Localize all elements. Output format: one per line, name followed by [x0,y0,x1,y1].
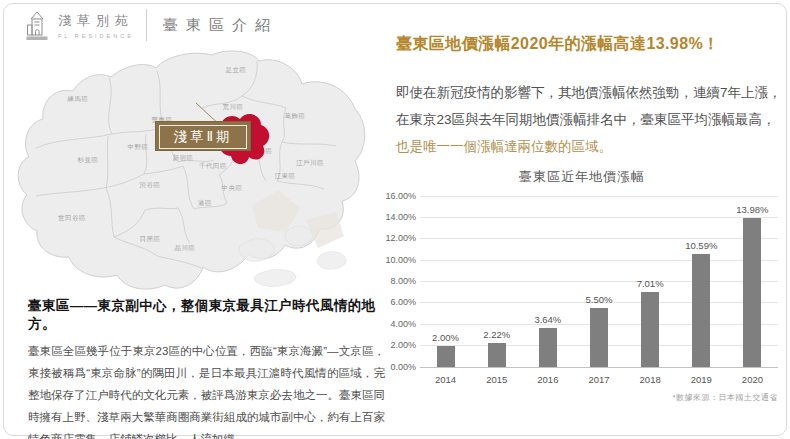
slide: 淺草別苑 FL RESIDENCE 臺東區介紹 足立區葛飾區荒川區練馬區豐島區文… [0,0,790,439]
x-axis-label: 2016 [522,374,573,385]
bar-group: 3.64% [522,314,573,367]
logo-subtitle: FL RESIDENCE [58,33,134,39]
map-district-label: 荒川區 [223,103,244,111]
project-label: 淺草Ⅱ期 [159,125,247,149]
bar-group: 10.59% [676,240,727,367]
tokyo-map: 足立區葛飾區荒川區練馬區豐島區文京區新宿區中野區杉並區千代田區渋谷區中央區港區世… [6,48,386,306]
left-description-heading: 臺東區——東京副中心，整個東京最具江户時代風情的地方。 [28,297,385,333]
y-axis-label: 16.00% [372,191,416,201]
map-district-label: 江東區 [275,172,296,180]
bar-group: 7.01% [625,278,676,367]
x-axis-label: 2017 [573,374,624,385]
right-body-highlight: 也是唯一一個漲幅達兩位數的區域。 [396,139,612,154]
chart-plot-area: 0.00%2.00%4.00%6.00%8.00%10.00%12.00%14.… [420,196,778,367]
map-district-label: 杉並區 [77,156,99,163]
map-district-label: 足立區 [226,66,247,74]
building-logo-icon [24,8,50,42]
map-land [18,51,365,289]
bar-value-label: 3.64% [534,314,561,325]
y-axis-label: 12.00% [372,233,416,243]
map-district-label: 新宿區 [173,154,194,162]
map-district-label: 世田谷區 [58,214,86,222]
header-divider [146,9,147,41]
right-heading: 臺東區地價漲幅2020年的漲幅高達13.98%！ [396,34,785,55]
logo-text: 淺草別苑 FL RESIDENCE [58,12,134,39]
bar-2016 [539,328,557,367]
y-axis-label: 8.00% [372,276,416,286]
bar-value-label: 2.22% [483,329,510,340]
map-district-label: 港區 [198,199,212,207]
bar-2017 [590,308,608,367]
map-district-label: 中央區 [222,184,243,191]
map-district-label: 千代田區 [199,162,227,170]
chart-title: 臺東區近年地價漲幅 [380,168,784,186]
x-axis-label: 2014 [420,374,471,385]
page-title: 臺東區介紹 [163,16,278,35]
bar-value-label: 5.50% [586,294,613,305]
left-description-body: 臺東區全區幾乎位于東京23區的中心位置，西臨“東京海澱”—文京區，東接被稱爲“東… [28,340,385,439]
logo-banner [27,37,48,41]
bar-2015 [488,343,506,367]
tokyo-map-svg: 足立區葛飾區荒川區練馬區豐島區文京區新宿區中野區杉並區千代田區渋谷區中央區港區世… [6,48,386,306]
bar-group: 2.00% [420,332,471,367]
bar-value-label: 2.00% [432,332,459,343]
bar-value-label: 13.98% [736,204,768,215]
map-district-label: 練馬區 [67,95,89,102]
map-district-label: 葛飾區 [285,112,306,119]
x-axis-label: 2020 [727,374,778,385]
right-body: 即使在新冠疫情的影響下，其地價漲幅依然強勁，連續7年上漲，在東京23區與去年同期… [396,79,785,160]
map-district-label: 中野區 [128,143,149,150]
price-chart: 臺東區近年地價漲幅 0.00%2.00%4.00%6.00%8.00%10.00… [380,166,784,411]
bar-2020 [743,218,761,367]
x-axis-label: 2019 [676,374,727,385]
x-axis-label: 2015 [471,374,522,385]
bar-2019 [692,254,710,367]
bar-group: 5.50% [573,294,624,367]
right-body-main: 即使在新冠疫情的影響下，其地價漲幅依然強勁，連續7年上漲，在東京23區與去年同期… [396,85,782,127]
left-description: 臺東區——東京副中心，整個東京最具江户時代風情的地方。 臺東區全區幾乎位于東京2… [28,297,385,439]
bars: 2.00%2.22%3.64%5.50%7.01%10.59%13.98% [420,196,778,367]
chart-source-note: *數據來源：日本國土交通省 [420,392,778,403]
map-district-label: 渋谷區 [139,181,161,189]
map-district-label: 江戶川區 [296,159,324,167]
x-axis-label: 2018 [625,374,676,385]
project-label-box: 淺草Ⅱ期 [155,121,251,151]
bar-value-label: 7.01% [637,278,664,289]
bar-group: 2.22% [471,329,522,367]
bar-group: 13.98% [727,204,778,367]
header: 淺草別苑 FL RESIDENCE 臺東區介紹 [24,8,278,42]
bar-value-label: 10.59% [685,240,717,251]
bar-2018 [641,292,659,367]
chart-x-axis: 2014201520162017201820192020 [420,374,778,385]
logo-title: 淺草別苑 [58,12,134,30]
right-description: 臺東區地價漲幅2020年的漲幅高達13.98%！ 即使在新冠疫情的影響下，其地價… [396,34,785,160]
bar-2014 [437,346,455,367]
map-district-label: 品川區 [175,244,196,252]
y-axis-label: 14.00% [372,212,416,222]
map-district-label: 目黑區 [140,235,161,242]
y-axis-label: 10.00% [372,255,416,265]
